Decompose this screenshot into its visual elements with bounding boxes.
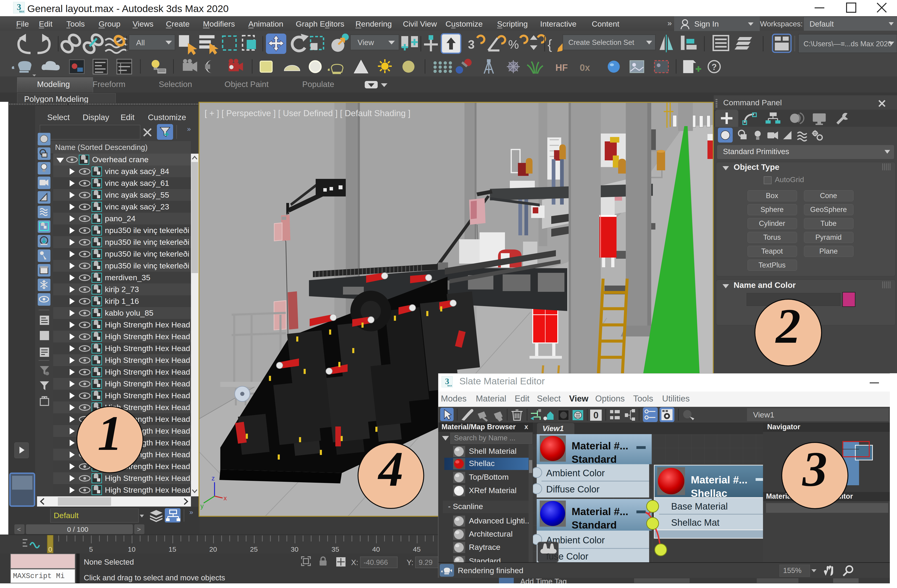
svg-text:30: 30 [291, 545, 298, 553]
svg-text:Standard: Standard [572, 453, 617, 465]
svg-text:Diffuse Color: Diffuse Color [546, 484, 599, 494]
svg-text:15: 15 [168, 545, 176, 553]
svg-text:Material #...: Material #... [691, 474, 747, 486]
svg-text:Shellac Mat: Shellac Mat [671, 518, 719, 528]
svg-text:20: 20 [209, 545, 217, 553]
svg-text:View: View [358, 38, 374, 47]
svg-text:Create Selection Set: Create Selection Set [568, 38, 634, 46]
svg-text:5: 5 [89, 545, 93, 553]
svg-text:10: 10 [128, 545, 135, 553]
svg-text:Material #...: Material #... [572, 440, 628, 452]
svg-text:35: 35 [331, 545, 339, 553]
svg-text:?: ? [712, 62, 717, 72]
svg-text:Ambient Color: Ambient Color [546, 468, 605, 478]
svg-text:45: 45 [413, 545, 421, 553]
svg-text:0x: 0x [580, 63, 590, 73]
svg-text:y: y [201, 502, 204, 510]
svg-text:X:: X: [351, 558, 358, 567]
svg-text:HF: HF [556, 63, 568, 73]
svg-text:Material #...: Material #... [572, 505, 628, 518]
svg-text:%: % [508, 38, 519, 51]
svg-text:MAX: MAX [447, 384, 452, 387]
svg-text:0: 0 [48, 545, 52, 553]
svg-text:All: All [136, 38, 145, 47]
svg-text:{: { [548, 37, 552, 52]
svg-text:Y:: Y: [407, 558, 413, 567]
svg-text:Standard: Standard [572, 519, 617, 531]
svg-text:25: 25 [250, 545, 257, 553]
svg-text:9.29: 9.29 [419, 558, 433, 567]
svg-text:Base Material: Base Material [671, 501, 728, 511]
svg-text:40: 40 [372, 545, 380, 553]
svg-text:z: z [211, 475, 215, 482]
svg-text:0: 0 [593, 410, 599, 420]
svg-text:3: 3 [468, 38, 475, 51]
svg-text:-40.966: -40.966 [364, 558, 388, 567]
svg-text:View1: View1 [753, 410, 775, 419]
svg-text:C:\Users\—≡...ds Max 2020: C:\Users\—≡...ds Max 2020 [804, 40, 892, 48]
svg-text:MAX: MAX [19, 11, 24, 13]
svg-text:x: x [223, 495, 227, 502]
svg-text:[ + ] [ Perspective ] [ User D: [ + ] [ Perspective ] [ User Defined ] [… [205, 109, 410, 118]
